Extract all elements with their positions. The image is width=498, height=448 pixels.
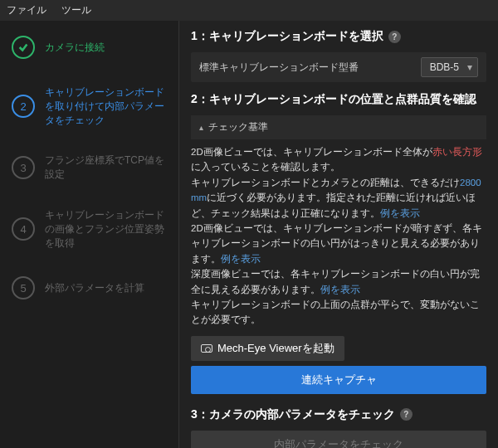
continuous-capture-button[interactable]: 連続キャプチャ xyxy=(191,366,486,394)
help-icon[interactable]: ? xyxy=(388,31,401,43)
board-type-label: 標準キャリブレーションボード型番 xyxy=(199,61,359,75)
step-4[interactable]: 4 キャリブレーションボードの画像とフランジ位置姿勢を取得 xyxy=(0,208,170,250)
main-panel: 1：キャリブレーションボードを選択 ? 標準キャリブレーションボード型番 BDB… xyxy=(178,21,498,448)
step-number-icon: 3 xyxy=(12,156,35,179)
step-label: 外部パラメータを計算 xyxy=(45,281,144,295)
check-intrinsic-button[interactable]: 内部パラメータをチェック xyxy=(191,431,486,448)
step-3[interactable]: 3 フランジ座標系でTCP値を設定 xyxy=(0,153,170,182)
step-number-icon: 5 xyxy=(12,276,35,299)
section3-title: 3：カメラの内部パラメータをチェック ? xyxy=(191,407,486,422)
step-label: キャリブレーションボードの画像とフランジ位置姿勢を取得 xyxy=(45,208,170,250)
check-criteria-toggle[interactable]: チェック基準 xyxy=(191,115,486,139)
board-type-row: 標準キャリブレーションボード型番 BDB-5 xyxy=(191,52,486,82)
step-label: キャリブレーションボードを取り付けて内部パラメータをチェック xyxy=(45,85,170,127)
step-1[interactable]: カメラに接続 xyxy=(0,36,170,59)
launch-viewer-button[interactable]: Mech-Eye Viewerを起動 xyxy=(191,336,344,361)
step-label: カメラに接続 xyxy=(45,41,105,55)
help-icon[interactable]: ? xyxy=(400,408,413,421)
criteria-text: 2D画像ビューでは、キャリブレーションボード全体が赤い長方形に入っていることを確… xyxy=(191,144,486,328)
section1-title: 1：キャリブレーションボードを選択 ? xyxy=(191,29,486,44)
camera-icon xyxy=(201,344,212,353)
menu-file[interactable]: ファイル xyxy=(7,3,46,17)
step-number-icon: 2 xyxy=(12,95,35,118)
check-icon xyxy=(12,36,35,59)
board-type-select[interactable]: BDB-5 xyxy=(421,57,478,77)
menu-tool[interactable]: ツール xyxy=(61,3,91,17)
menubar: ファイル ツール xyxy=(0,0,498,21)
example-link-1[interactable]: 例を表示 xyxy=(380,208,420,218)
example-link-2[interactable]: 例を表示 xyxy=(221,254,261,264)
step-5[interactable]: 5 外部パラメータを計算 xyxy=(0,276,170,299)
example-link-3[interactable]: 例を表示 xyxy=(320,285,360,295)
step-2[interactable]: 2 キャリブレーションボードを取り付けて内部パラメータをチェック xyxy=(0,85,170,127)
step-number-icon: 4 xyxy=(12,217,35,241)
step-label: フランジ座標系でTCP値を設定 xyxy=(45,153,170,182)
steps-sidebar: カメラに接続 2 キャリブレーションボードを取り付けて内部パラメータをチェック … xyxy=(0,21,178,448)
section2-title: 2：キャリブレーションボードの位置と点群品質を確認 xyxy=(191,92,486,107)
